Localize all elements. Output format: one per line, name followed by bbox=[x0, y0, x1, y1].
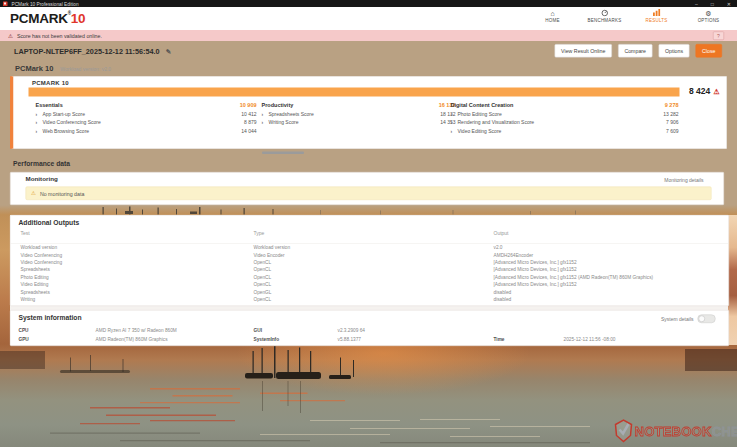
minimize-button[interactable]: – bbox=[695, 1, 698, 7]
close-button[interactable]: Close bbox=[696, 44, 722, 58]
main-nav: ⌂ HOME BENCHMARKS RESULTS ⚙ OPTIONS bbox=[531, 9, 730, 23]
group-name: Productivity bbox=[262, 102, 294, 108]
cell-output: [Advanced Micro Devices, Inc.] gfx1152 bbox=[494, 281, 729, 288]
time-value: 2025-12-12 11:56 -08:00 bbox=[564, 335, 729, 343]
gpu-value: AMD Radeon(TM) 860M Graphics bbox=[96, 335, 254, 343]
system-info-row: CPU AMD Ryzen AI 7 350 w/ Radeon 860M GU… bbox=[11, 326, 729, 334]
view-result-online-button[interactable]: View Result Online bbox=[555, 44, 612, 58]
nav-label: OPTIONS bbox=[687, 18, 730, 23]
gear-icon: ⚙ bbox=[687, 9, 730, 18]
scrollbar-thumb[interactable] bbox=[262, 152, 304, 155]
column-type: Type bbox=[254, 231, 494, 237]
system-information-title: System information bbox=[19, 314, 82, 322]
nav-home[interactable]: ⌂ HOME bbox=[531, 9, 574, 23]
notebookcheck-watermark: NOTEBOOKCHECK bbox=[613, 417, 737, 446]
performance-data-title: Performance data bbox=[13, 160, 70, 168]
test-row: › Writing Score 14 353 bbox=[262, 118, 456, 127]
table-row: Spreadsheets OpenCL [Advanced Micro Devi… bbox=[11, 266, 729, 273]
system-details-toggle[interactable] bbox=[698, 315, 716, 324]
options-button[interactable]: Options bbox=[658, 44, 689, 58]
pcmark-logo: PCMARK®10 bbox=[10, 11, 85, 27]
expand-icon[interactable]: › bbox=[451, 120, 458, 126]
expand-icon[interactable]: › bbox=[36, 120, 43, 126]
warning-icon: ⚠ bbox=[8, 32, 13, 39]
result-name: LAPTOP-NLTEP6FF_2025-12-12 11:56:54.0 bbox=[14, 47, 160, 55]
test-name: Photo Editing Score bbox=[458, 111, 502, 117]
nav-benchmarks[interactable]: BENCHMARKS bbox=[583, 9, 626, 23]
table-row: Photo Editing OpenCL [Advanced Micro Dev… bbox=[11, 274, 729, 281]
cell-output: disabled bbox=[494, 296, 729, 303]
result-header: LAPTOP-NLTEP6FF_2025-12-12 11:56:54.0 ✎ … bbox=[0, 41, 737, 62]
help-button[interactable]: ? bbox=[713, 31, 724, 40]
cell-output: [Advanced Micro Devices, Inc.] gfx1152 bbox=[494, 259, 729, 266]
logo-text: PCMARK bbox=[10, 11, 68, 26]
results-icon bbox=[635, 9, 678, 18]
score-card-title: PCMARK 10 bbox=[32, 80, 69, 87]
gui-label: GUI bbox=[254, 326, 338, 334]
systeminfo-value: v5.88.1377 bbox=[338, 335, 494, 343]
monitoring-details-link[interactable]: Monitoring details bbox=[664, 177, 703, 183]
cell-output: v2.0 bbox=[494, 244, 729, 251]
test-row: › App Start-up Score 10 412 bbox=[36, 110, 257, 119]
nav-options[interactable]: ⚙ OPTIONS bbox=[687, 9, 730, 23]
additional-outputs-header: Test Type Output bbox=[11, 231, 729, 237]
test-score: 8 879 bbox=[244, 120, 257, 126]
close-window-button[interactable]: ✕ bbox=[727, 1, 731, 7]
os-titlebar: PCMark 10 Professional Edition – □ ✕ bbox=[0, 0, 737, 7]
cell-test: Spreadsheets bbox=[21, 288, 254, 295]
total-score: 8 424 bbox=[689, 87, 710, 97]
watermark-text-notebook: NOTEBOOK bbox=[635, 424, 712, 439]
score-heading: PCMark 10Workload version: v2.0 bbox=[15, 64, 111, 73]
nav-label: RESULTS bbox=[635, 18, 678, 23]
cell-test: Photo Editing bbox=[21, 274, 254, 281]
test-row: › Web Browsing Score 14 044 bbox=[36, 127, 257, 136]
cell-type: OpenCL bbox=[254, 259, 494, 266]
test-row: › Video Conferencing Score 8 879 bbox=[36, 118, 257, 127]
test-name: Video Conferencing Score bbox=[43, 120, 101, 126]
table-row: Video Conferencing OpenCL [Advanced Micr… bbox=[11, 259, 729, 266]
nav-label: BENCHMARKS bbox=[583, 18, 626, 23]
cell-output: [Advanced Micro Devices, Inc.] gfx1152 (… bbox=[494, 274, 729, 281]
nav-results[interactable]: RESULTS bbox=[635, 9, 678, 23]
test-score: 7 906 bbox=[666, 120, 679, 126]
cell-type: OpenCL bbox=[254, 274, 494, 281]
cell-test: Video Editing bbox=[21, 281, 254, 288]
test-name: App Start-up Score bbox=[43, 111, 86, 117]
cell-output: [Advanced Micro Devices, Inc.] gfx1152 bbox=[494, 266, 729, 273]
edit-icon[interactable]: ✎ bbox=[166, 48, 171, 56]
expand-icon[interactable]: › bbox=[36, 128, 43, 134]
test-name: Rendering and Visualization Score bbox=[458, 120, 535, 126]
cpu-value: AMD Ryzen AI 7 350 w/ Radeon 860M bbox=[96, 326, 254, 334]
additional-outputs-title: Additional Outputs bbox=[15, 219, 80, 227]
expand-icon[interactable]: › bbox=[451, 128, 458, 134]
expand-icon[interactable]: › bbox=[262, 120, 269, 126]
group-name: Essentials bbox=[36, 102, 63, 108]
no-monitoring-text: No monitoring data bbox=[40, 190, 84, 196]
test-row: › Spreadsheets Score 18 132 bbox=[262, 110, 456, 119]
system-info-row: GPU AMD Radeon(TM) 860M Graphics SystemI… bbox=[11, 335, 729, 343]
test-score: 10 412 bbox=[241, 111, 256, 117]
table-row: Workload version Workload version v2.0 bbox=[11, 244, 729, 251]
table-row: Writing OpenCL disabled bbox=[11, 296, 729, 303]
compare-button[interactable]: Compare bbox=[618, 44, 653, 58]
right-scrollbar-strip[interactable] bbox=[728, 215, 737, 345]
cell-test: Workload version bbox=[21, 244, 254, 251]
table-row: Video Conferencing Video Encoder AMDH264… bbox=[11, 251, 729, 258]
expand-icon[interactable]: › bbox=[36, 111, 43, 117]
maximize-button[interactable]: □ bbox=[711, 1, 714, 7]
test-name: Web Browsing Score bbox=[43, 128, 90, 134]
test-row: › Video Editing Score 7 609 bbox=[451, 127, 679, 136]
cell-type: OpenCL bbox=[254, 266, 494, 273]
column-output: Output bbox=[494, 231, 729, 237]
cell-test: Spreadsheets bbox=[21, 266, 254, 273]
home-icon: ⌂ bbox=[531, 9, 574, 18]
cpu-label: CPU bbox=[19, 326, 96, 334]
validation-message: Score has not been validated online. bbox=[17, 33, 102, 39]
expand-icon[interactable]: › bbox=[451, 111, 458, 117]
expand-icon[interactable]: › bbox=[262, 111, 269, 117]
score-card: PCMARK 10 8 424 ⚠ Essentials 10 909 › Ap… bbox=[10, 76, 727, 149]
cell-type: Video Encoder bbox=[254, 251, 494, 258]
additional-outputs-rows: Workload version Workload version v2.0 V… bbox=[11, 244, 729, 304]
benchmarks-icon bbox=[583, 9, 626, 18]
app-header: PCMARK®10 ⌂ HOME BENCHMARKS RESULTS ⚙ bbox=[0, 7, 737, 31]
